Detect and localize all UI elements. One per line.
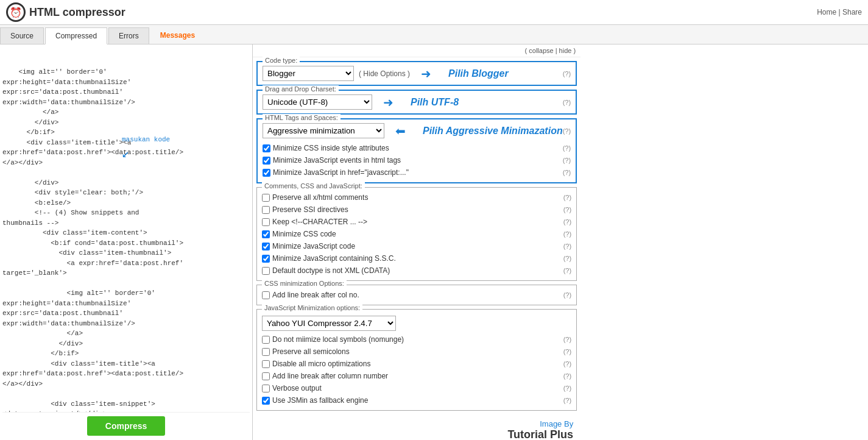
js-cb-0-label: Do not miimize local symbols (nomunge) [272, 335, 404, 344]
js-compressor-select[interactable]: Yahoo YUI Compressor 2.4.7 JSMin None [262, 316, 396, 331]
js-cb-5-label: Use JSMin as fallback engine [272, 396, 368, 405]
js-cb1-help[interactable]: (?) [563, 348, 571, 355]
tab-messages[interactable]: Messages [150, 27, 205, 44]
collapse-hide-bar: ( collapse | hide ) [253, 44, 580, 57]
comments-cb-0-label: Preserve all x/html comments [272, 193, 368, 202]
comments-cb-5[interactable] [262, 255, 270, 263]
watermark-image-by: Image By [260, 419, 573, 428]
comments-cb-3[interactable] [262, 230, 270, 238]
code-panel: <img alt='' border='0' expr:height='data… [0, 44, 253, 440]
html-cb1-help[interactable]: (?) [563, 144, 571, 152]
css-cb-0-row: Add line break after col no. (?) [262, 289, 571, 301]
comments-cb1-help[interactable]: (?) [563, 206, 571, 213]
js-label: JavaScript Minimization options: [262, 304, 362, 311]
watermark-brand: Tutorial Plus [260, 428, 573, 440]
html-cb2-help[interactable]: (?) [563, 157, 571, 164]
js-cb-1-row: Preserve all semicolons (?) [262, 346, 571, 358]
comments-cb-5-row: Minimize JavaScript containing S.S.C. (?… [262, 252, 571, 264]
js-cb-4-label: Verbose output [272, 384, 322, 392]
charset-label: Drag and Drop Charset: [263, 85, 339, 93]
comments-cb-5-label: Minimize JavaScript containing S.S.C. [272, 254, 396, 263]
comments-cb3-help[interactable]: (?) [563, 230, 571, 238]
compress-btn-area: Compress [2, 412, 250, 439]
hide-link[interactable]: hide ) [559, 47, 576, 54]
js-cb-0[interactable] [262, 336, 270, 344]
tab-errors[interactable]: Errors [108, 27, 149, 44]
comments-cb-1-label: Preserve SSI directives [272, 205, 348, 214]
comments-cb-1[interactable] [262, 206, 270, 214]
js-cb-2[interactable] [262, 360, 270, 368]
code-type-section: Code type: Blogger WordPress HTML Other … [256, 61, 577, 86]
comments-cb-0[interactable] [262, 194, 270, 202]
js-cb2-help[interactable]: (?) [563, 360, 571, 367]
comments-cb-3-row: Minimize CSS code (?) [262, 228, 571, 240]
comments-cb-6-label: Default doctype is not XML (CDATA) [272, 266, 390, 275]
charset-select[interactable]: Unicode (UTF-8) ASCII Latin-1 [263, 94, 372, 110]
js-cb3-help[interactable]: (?) [563, 372, 571, 380]
js-cb-4[interactable] [262, 385, 270, 392]
header: HTML compressor Home | Share [0, 0, 868, 25]
tabs-bar: Source Compressed Errors Messages [0, 25, 868, 44]
code-type-select[interactable]: Blogger WordPress HTML Other [263, 66, 354, 81]
comments-cb5-help[interactable]: (?) [563, 255, 571, 262]
html-cb3-help[interactable]: (?) [563, 169, 571, 176]
comments-cb-6-row: Default doctype is not XML (CDATA) (?) [262, 264, 571, 277]
tab-compressed[interactable]: Compressed [45, 27, 107, 44]
css-label: CSS minimization Options: [262, 280, 347, 287]
share-link[interactable]: Share [842, 8, 862, 16]
comments-cb-4-row: Minimize JavaScript code (?) [262, 240, 571, 252]
comments-cb-2[interactable] [262, 218, 270, 226]
js-cb-2-label: Disable all micro optimizations [272, 360, 370, 368]
js-select-row: Yahoo YUI Compressor 2.4.7 JSMin None [262, 316, 571, 331]
header-links: Home | Share [817, 8, 862, 16]
comments-cb4-help[interactable]: (?) [563, 243, 571, 250]
compress-button[interactable]: Compress [87, 416, 165, 436]
html-tags-help[interactable]: (?) [563, 127, 571, 135]
home-link[interactable]: Home [817, 8, 836, 16]
js-cb5-help[interactable]: (?) [563, 397, 571, 404]
comments-cb-3-label: Minimize CSS code [272, 230, 336, 238]
js-cb-3[interactable] [262, 372, 270, 380]
comments-cb2-help[interactable]: (?) [563, 218, 571, 225]
css-cb-0-label: Add line break after col no. [272, 291, 359, 299]
html-checkbox-2[interactable] [263, 157, 270, 165]
code-editor[interactable]: <img alt='' border='0' expr:height='data… [2, 47, 250, 429]
comments-cb-1-row: Preserve SSI directives (?) [262, 204, 571, 216]
charset-section: Drag and Drop Charset: Unicode (UTF-8) A… [256, 90, 577, 115]
js-cb0-help[interactable]: (?) [563, 336, 571, 343]
js-cb-1[interactable] [262, 348, 270, 356]
tab-source[interactable]: Source [0, 27, 44, 44]
js-cb-1-label: Preserve all semicolons [272, 347, 350, 356]
comments-cb-0-row: Preserve all x/html comments (?) [262, 191, 571, 204]
js-cb-4-row: Verbose output (?) [262, 382, 571, 394]
comments-cb6-help[interactable]: (?) [563, 267, 571, 274]
js-cb-5[interactable] [262, 397, 270, 405]
js-cb-3-row: Add line break after column number (?) [262, 370, 571, 382]
hide-options-btn[interactable]: ( Hide Options ) [359, 69, 410, 78]
html-checkbox-3-row: Minimize JavaScript in href="javascript:… [263, 166, 571, 179]
pilih-utf8-label: Pilh UTF-8 [411, 97, 459, 108]
main-content: <img alt='' border='0' expr:height='data… [0, 44, 868, 440]
collapse-link[interactable]: ( collapse [525, 47, 554, 54]
html-checkbox-1-row: Minimize CSS inside style attributes (?) [263, 142, 571, 154]
css-section: CSS minimization Options: Add line break… [256, 285, 577, 305]
pilih-blogger-label: Pilih Blogger [448, 68, 509, 79]
html-checkbox-3[interactable] [263, 169, 270, 177]
comments-cb0-help[interactable]: (?) [563, 194, 571, 201]
js-section: JavaScript Minimization options: Yahoo Y… [256, 309, 577, 411]
html-checkbox-1[interactable] [263, 144, 270, 152]
comments-cb-2-label: Keep <!--CHARACTER ... --> [272, 218, 367, 226]
html-checkbox-3-label: Minimize JavaScript in href="javascript:… [273, 168, 409, 177]
app-title: HTML compressor [29, 6, 125, 19]
css-cb-0[interactable] [262, 291, 270, 299]
js-cb4-help[interactable]: (?) [563, 385, 571, 392]
code-type-help[interactable]: (?) [563, 70, 571, 77]
comments-cb-4[interactable] [262, 243, 270, 250]
comments-cb-6[interactable] [262, 267, 270, 275]
html-checkbox-1-label: Minimize CSS inside style attributes [273, 144, 389, 152]
options-panel: ( collapse | hide ) Code type: Blogger W… [253, 44, 580, 440]
minimization-select[interactable]: Aggressive minimization Conservative min… [263, 123, 384, 138]
charset-help[interactable]: (?) [563, 99, 571, 106]
css-cb0-help[interactable]: (?) [563, 291, 571, 299]
code-type-label: Code type: [263, 57, 300, 64]
